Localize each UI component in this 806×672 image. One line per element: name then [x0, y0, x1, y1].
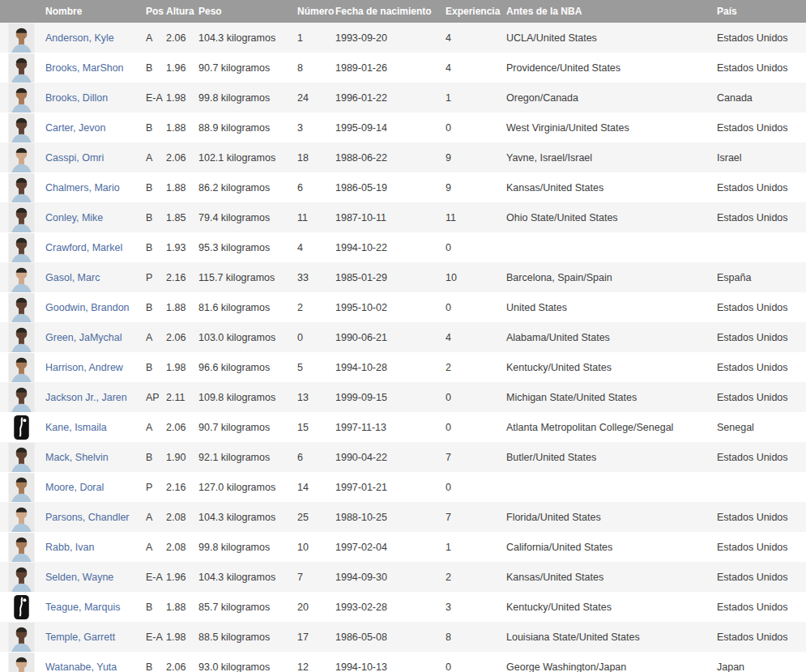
player-photo[interactable] — [8, 323, 35, 352]
column-header-antes-nba[interactable]: Antes de la NBA — [506, 6, 717, 17]
player-name-link[interactable]: Conley, Mike — [45, 212, 103, 223]
player-photo[interactable] — [8, 23, 35, 53]
name-cell: Kane, Ismaila — [45, 422, 146, 433]
jersey-number-cell: 0 — [297, 332, 335, 343]
height-cell: 2.08 — [166, 512, 198, 523]
player-name-link[interactable]: Temple, Garrett — [45, 632, 115, 643]
player-name-link[interactable]: Crawford, Markel — [45, 242, 122, 253]
player-name-link[interactable]: Moore, Doral — [45, 482, 104, 493]
name-cell: Green, JaMychal — [45, 332, 146, 343]
player-photo[interactable] — [8, 353, 35, 382]
experience-cell: 0 — [446, 302, 506, 313]
experience-cell: 0 — [446, 242, 506, 253]
player-photo[interactable] — [8, 503, 35, 532]
player-name-link[interactable]: Goodwin, Brandon — [45, 302, 130, 313]
experience-cell: 10 — [446, 272, 506, 283]
table-header-row: Nombre Pos Altura Peso Número Fecha de n… — [0, 0, 806, 23]
height-cell: 2.06 — [166, 422, 198, 433]
player-photo[interactable] — [8, 173, 35, 202]
player-photo[interactable] — [8, 143, 35, 172]
experience-cell: 0 — [446, 422, 506, 433]
avatar-cell — [0, 472, 45, 502]
height-cell: 2.06 — [166, 332, 198, 343]
before-nba-cell: Barcelona, Spain/Spain — [506, 272, 717, 283]
column-header-numero[interactable]: Número — [297, 6, 335, 17]
player-name-link[interactable]: Kane, Ismaila — [45, 422, 107, 433]
name-cell: Teague, Marquis — [45, 602, 146, 613]
player-name-link[interactable]: Casspi, Omri — [45, 152, 104, 164]
player-photo[interactable] — [8, 83, 35, 113]
position-cell: P — [146, 272, 166, 283]
column-header-experiencia[interactable]: Experiencia — [446, 6, 506, 17]
experience-cell: 0 — [446, 392, 506, 403]
country-cell: Estados Unidos — [717, 62, 806, 74]
birthdate-cell: 1994-09-30 — [335, 572, 446, 583]
player-name-link[interactable]: Gasol, Marc — [45, 272, 100, 283]
column-header-nombre[interactable]: Nombre — [45, 6, 146, 17]
player-photo[interactable] — [8, 203, 35, 232]
player-photo[interactable] — [8, 293, 35, 322]
birthdate-cell: 1994-10-28 — [335, 362, 446, 373]
column-header-altura[interactable]: Altura — [166, 6, 198, 17]
before-nba-cell: Atlanta Metropolitan College/Senegal — [506, 422, 717, 433]
player-name-link[interactable]: Carter, Jevon — [45, 122, 105, 134]
player-photo[interactable] — [8, 383, 35, 412]
before-nba-cell: Kansas/United States — [506, 182, 717, 194]
jersey-number-cell: 3 — [297, 122, 335, 134]
player-name-link[interactable]: Chalmers, Mario — [45, 182, 120, 194]
height-cell: 1.88 — [166, 302, 198, 313]
name-cell: Goodwin, Brandon — [45, 302, 146, 313]
weight-cell: 104.3 kilogramos — [198, 32, 297, 44]
before-nba-cell: Alabama/United States — [506, 332, 717, 343]
column-header-fecha-nacimiento[interactable]: Fecha de nacimiento — [335, 6, 446, 17]
height-cell: 1.93 — [166, 242, 198, 253]
player-photo[interactable] — [8, 53, 35, 83]
column-header-pais[interactable]: País — [717, 6, 806, 17]
player-photo[interactable] — [8, 233, 35, 262]
weight-cell: 109.8 kilogramos — [198, 392, 297, 403]
player-name-link[interactable]: Mack, Shelvin — [45, 452, 109, 463]
column-header-pos[interactable]: Pos — [146, 6, 166, 17]
position-cell: E-A — [146, 572, 166, 583]
player-photo[interactable] — [8, 623, 35, 652]
experience-cell: 3 — [446, 602, 506, 613]
player-name-link[interactable]: Watanabe, Yuta — [45, 661, 117, 672]
birthdate-cell: 1990-04-22 — [335, 452, 446, 463]
player-photo[interactable] — [8, 653, 35, 672]
nba-logo-icon[interactable] — [8, 593, 35, 622]
country-cell: Senegal — [717, 422, 806, 433]
player-photo[interactable] — [8, 563, 35, 592]
experience-cell: 0 — [446, 482, 506, 493]
height-cell: 1.98 — [166, 632, 198, 643]
player-name-link[interactable]: Teague, Marquis — [45, 602, 120, 613]
avatar-cell — [0, 202, 45, 232]
player-name-link[interactable]: Brooks, Dillon — [45, 92, 108, 104]
before-nba-cell: Kentucky/United States — [506, 602, 717, 613]
table-row: Teague, Marquis B 1.88 85.7 kilogramos 2… — [0, 592, 806, 622]
player-photo[interactable] — [8, 113, 35, 142]
before-nba-cell: West Virginia/United States — [506, 122, 717, 134]
player-name-link[interactable]: Brooks, MarShon — [45, 62, 124, 74]
nba-logo-icon[interactable] — [8, 413, 35, 442]
column-header-peso[interactable]: Peso — [198, 6, 297, 17]
player-name-link[interactable]: Rabb, Ivan — [45, 542, 94, 553]
player-photo[interactable] — [8, 473, 35, 502]
player-name-link[interactable]: Green, JaMychal — [45, 332, 122, 343]
player-photo[interactable] — [8, 533, 35, 562]
player-photo[interactable] — [8, 443, 35, 472]
birthdate-cell: 1985-01-29 — [335, 272, 446, 283]
avatar-cell — [0, 592, 45, 622]
player-name-link[interactable]: Anderson, Kyle — [45, 32, 114, 44]
avatar-cell — [0, 83, 45, 113]
player-name-link[interactable]: Jackson Jr., Jaren — [45, 392, 127, 403]
height-cell: 1.85 — [166, 212, 198, 223]
table-row: Casspi, Omri A 2.06 102.1 kilogramos 18 … — [0, 142, 806, 172]
player-name-link[interactable]: Harrison, Andrew — [45, 362, 123, 373]
height-cell: 1.88 — [166, 122, 198, 134]
table-row: Selden, Wayne E-A 1.96 104.3 kilogramos … — [0, 562, 806, 592]
player-name-link[interactable]: Selden, Wayne — [45, 572, 113, 583]
player-name-link[interactable]: Parsons, Chandler — [45, 512, 130, 523]
height-cell: 1.98 — [166, 92, 198, 104]
country-cell: Estados Unidos — [717, 182, 806, 194]
player-photo[interactable] — [8, 263, 35, 292]
